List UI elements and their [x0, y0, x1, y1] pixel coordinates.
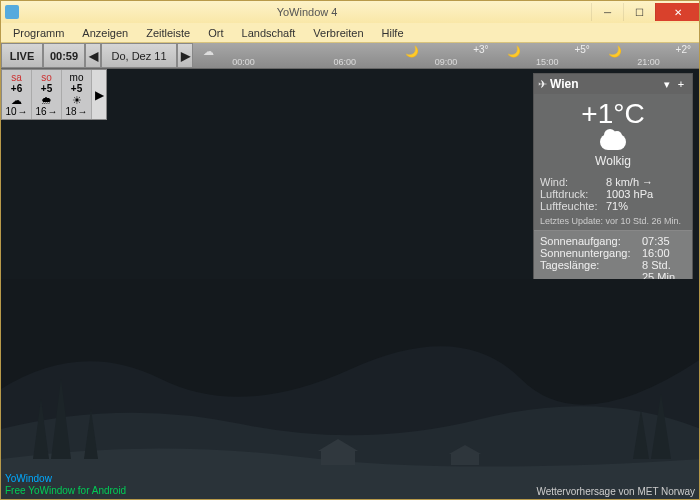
time-display[interactable]: 00:59 [43, 43, 85, 68]
wind-value: 8 km/h → [606, 176, 653, 188]
minimize-button[interactable]: ─ [591, 3, 623, 21]
arrow-icon: → [78, 106, 88, 117]
add-location-button[interactable]: + [674, 78, 688, 90]
pressure-value: 1003 hPa [606, 188, 653, 200]
update-time: vor 10 Std. 26 Min. [606, 216, 682, 226]
android-link[interactable]: Free YoWindow for Android [5, 485, 126, 497]
content-area: LIVE 00:59 ◀ Do, Dez 11 ▶ ☁00:00 06:00 🌙… [1, 43, 699, 499]
sunset-value: 16:00 [642, 247, 670, 259]
menu-anzeigen[interactable]: Anzeigen [74, 25, 136, 41]
menubar: Programm Anzeigen Zeitleiste Ort Landsch… [1, 23, 699, 43]
forecast-credit: Wettervorhersage von MET Norway [536, 486, 695, 497]
forecast-next-button[interactable]: ▶ [92, 70, 106, 119]
menu-hilfe[interactable]: Hilfe [374, 25, 412, 41]
menu-verbreiten[interactable]: Verbreiten [305, 25, 371, 41]
svg-rect-1 [321, 451, 355, 465]
time-cell: 06:00 [294, 43, 395, 68]
forecast-day[interactable]: so +5 🌧 16→ [32, 70, 62, 119]
date-prev-button[interactable]: ◀ [85, 43, 101, 68]
cloud-icon: ☁ [203, 45, 214, 58]
time-cell: 🌙+5°15:00 [497, 43, 598, 68]
sun-icon: ☀ [62, 94, 91, 106]
arrow-icon: → [18, 106, 28, 117]
cloud-icon [534, 134, 692, 152]
date-next-button[interactable]: ▶ [177, 43, 193, 68]
app-icon [5, 5, 19, 19]
sunrise-value: 07:35 [642, 235, 670, 247]
weather-panel: ✈ Wien ▾ + +1°C Wolkig Wind:8 km/h → Luf… [533, 73, 693, 288]
arrow-icon: → [48, 106, 58, 117]
maximize-button[interactable]: ☐ [623, 3, 655, 21]
live-button[interactable]: LIVE [1, 43, 43, 68]
forecast-day[interactable]: mo +5 ☀ 18→ [62, 70, 92, 119]
location-icon: ✈ [538, 78, 547, 91]
location-name[interactable]: Wien [550, 77, 660, 91]
forecast-day[interactable]: sa +6 ☁ 10→ [2, 70, 32, 119]
close-button[interactable]: ✕ [655, 3, 699, 21]
forecast-strip: sa +6 ☁ 10→ so +5 🌧 16→ mo +5 ☀ 18→ ▶ [1, 69, 107, 120]
window-title: YoWindow 4 [23, 6, 591, 18]
footer-links: YoWindow Free YoWindow for Android [5, 473, 126, 497]
menu-ort[interactable]: Ort [200, 25, 231, 41]
time-cell: 🌙+3°09:00 [395, 43, 496, 68]
current-temp: +1°C [534, 98, 692, 130]
time-cell: ☁00:00 [193, 43, 294, 68]
moon-icon: 🌙 [507, 45, 521, 58]
moon-icon: 🌙 [405, 45, 419, 58]
menu-zeitleiste[interactable]: Zeitleiste [138, 25, 198, 41]
moon-icon: 🌙 [608, 45, 622, 58]
condition-text: Wolkig [534, 154, 692, 168]
svg-rect-3 [451, 454, 479, 465]
cloud-icon: ☁ [2, 94, 31, 106]
menu-landschaft[interactable]: Landschaft [234, 25, 304, 41]
timeline[interactable]: ☁00:00 06:00 🌙+3°09:00 🌙+5°15:00 🌙+2°21:… [193, 43, 699, 68]
time-cell: 🌙+2°21:00 [598, 43, 699, 68]
landscape-scene [1, 279, 699, 499]
yowindow-link[interactable]: YoWindow [5, 473, 126, 485]
rain-icon: 🌧 [32, 94, 61, 106]
location-dropdown-icon[interactable]: ▾ [660, 78, 674, 91]
timestrip: LIVE 00:59 ◀ Do, Dez 11 ▶ ☁00:00 06:00 🌙… [1, 43, 699, 69]
menu-programm[interactable]: Programm [5, 25, 72, 41]
date-display[interactable]: Do, Dez 11 [101, 43, 177, 68]
humidity-value: 71% [606, 200, 628, 212]
titlebar: YoWindow 4 ─ ☐ ✕ [1, 1, 699, 23]
